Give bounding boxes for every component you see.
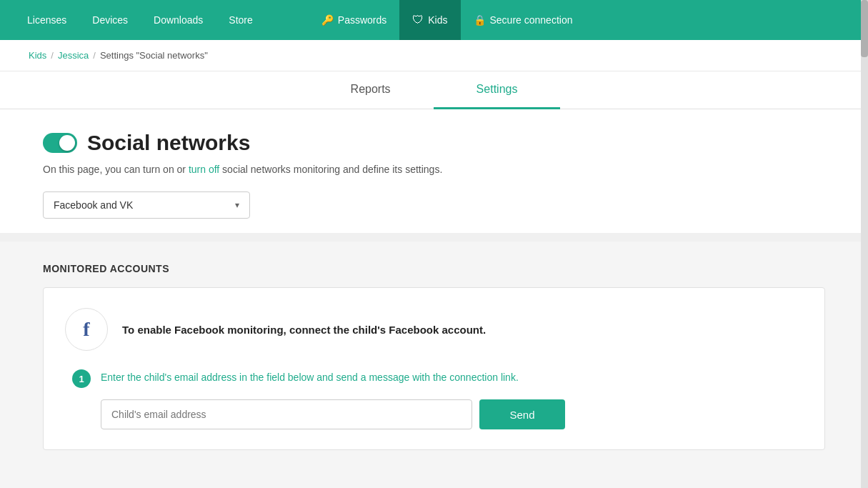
send-button[interactable]: Send [479, 399, 565, 429]
step-1-number: 1 [72, 369, 91, 388]
email-input[interactable] [101, 399, 472, 429]
nav-item-downloads[interactable]: Downloads [141, 0, 216, 40]
social-networks-toggle[interactable] [43, 133, 77, 153]
steps-area: 1 Enter the child's email address in the… [65, 368, 803, 429]
nav-item-store[interactable]: Store [216, 0, 265, 40]
step-1-row: 1 Enter the child's email address in the… [72, 368, 803, 388]
breadcrumb-jessica[interactable]: Jessica [58, 50, 89, 61]
nav-item-licenses[interactable]: Licenses [14, 0, 79, 40]
breadcrumb-kids[interactable]: Kids [29, 50, 46, 61]
nav-right-items: 🔑 Passwords 🛡 Kids 🔒 Secure connection [309, 0, 586, 40]
breadcrumb-current: Settings "Social networks" [100, 50, 208, 61]
tab-reports[interactable]: Reports [308, 71, 434, 109]
email-row: Send [101, 399, 803, 429]
nav-item-kids[interactable]: 🛡 Kids [399, 0, 460, 40]
social-description: On this page, you can turn on or turn of… [43, 162, 825, 177]
dropdown-value: Facebook and VK [54, 199, 133, 211]
social-networks-title: Social networks [87, 131, 250, 155]
toggle-knob [59, 135, 75, 151]
key-icon: 🔑 [321, 14, 334, 26]
tab-settings[interactable]: Settings [434, 71, 561, 109]
breadcrumb-sep-2: / [93, 50, 96, 61]
social-header: Social networks [43, 131, 825, 155]
card-header: f To enable Facebook monitoring, connect… [65, 308, 803, 351]
main-nav: Licenses Devices Downloads Store 🔑 Passw… [0, 0, 868, 40]
breadcrumb: Kids / Jessica / Settings "Social networ… [0, 40, 868, 71]
main-content: Social networks On this page, you can tu… [0, 109, 868, 233]
facebook-account-card: f To enable Facebook monitoring, connect… [43, 287, 825, 450]
chevron-down-icon: ▾ [235, 200, 239, 210]
section-divider [0, 233, 868, 241]
breadcrumb-sep-1: / [51, 50, 54, 61]
shield-icon: 🛡 [412, 14, 424, 26]
nav-item-secure-connection[interactable]: 🔒 Secure connection [461, 0, 586, 40]
card-header-text: To enable Facebook monitoring, connect t… [122, 324, 486, 336]
monitored-accounts-section: MONITORED ACCOUNTS f To enable Facebook … [0, 241, 868, 464]
scrollbar[interactable] [861, 0, 868, 488]
nav-item-passwords[interactable]: 🔑 Passwords [309, 0, 399, 40]
facebook-icon: f [65, 308, 108, 351]
social-network-dropdown[interactable]: Facebook and VK ▾ [43, 191, 250, 219]
nav-item-devices[interactable]: Devices [79, 0, 141, 40]
step-1-text: Enter the child's email address in the f… [101, 368, 519, 385]
nav-left-items: Licenses Devices Downloads Store [14, 0, 266, 40]
tabs-container: Reports Settings [0, 71, 868, 109]
scrollbar-thumb[interactable] [861, 0, 868, 57]
lock-icon: 🔒 [474, 14, 486, 26]
turn-off-link[interactable]: turn off [189, 164, 219, 175]
monitored-accounts-title: MONITORED ACCOUNTS [43, 263, 825, 274]
